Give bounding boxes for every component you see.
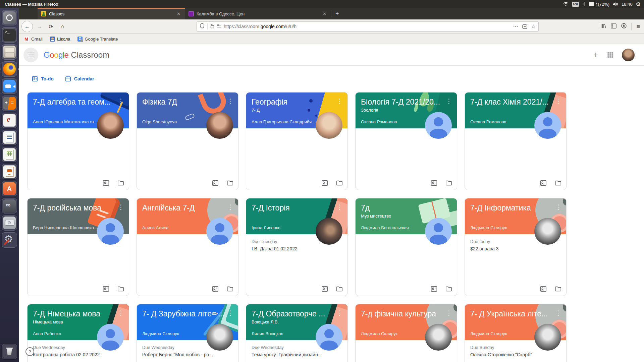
volume-icon[interactable] xyxy=(613,2,618,6)
bluetooth-icon[interactable] xyxy=(583,2,586,6)
dock-item-silver-app[interactable] xyxy=(2,198,17,214)
card-more-menu-button[interactable]: ⋮ xyxy=(334,308,345,317)
class-card[interactable]: Географія 7- Д Алла Григорьевна Стандрий… xyxy=(246,92,348,190)
class-card[interactable]: Англійська 7-Д Алиса Алиса ⋮ xyxy=(137,198,238,296)
home-button[interactable]: ⌂ xyxy=(58,22,67,31)
card-more-menu-button[interactable]: ⋮ xyxy=(224,308,236,317)
open-gradebook-icon[interactable] xyxy=(430,179,438,187)
open-folder-icon[interactable] xyxy=(117,285,125,293)
open-gradebook-icon[interactable] xyxy=(539,179,547,187)
class-card-title[interactable]: 7-Д Історія xyxy=(252,203,335,213)
dock-item-trash[interactable] xyxy=(2,344,17,359)
class-card-title[interactable]: 7-Д Образотворче ... xyxy=(252,309,335,318)
card-more-menu-button[interactable]: ⋮ xyxy=(552,308,564,317)
dock-item-file-cabinet[interactable] xyxy=(2,44,17,60)
tab-classes[interactable]: Classes ✕ xyxy=(38,8,185,19)
open-folder-icon[interactable] xyxy=(226,285,234,293)
class-card-title[interactable]: 7-Д алгебра та геом... xyxy=(33,97,117,107)
dock-item-system-settings[interactable] xyxy=(2,232,17,248)
new-tab-button[interactable]: + xyxy=(331,8,343,19)
classroom-logo[interactable]: Google Classroom xyxy=(44,50,109,60)
class-card[interactable]: 7-Д російська мова Вера Николаевна Шапош… xyxy=(27,198,129,296)
open-gradebook-icon[interactable] xyxy=(539,285,547,293)
library-icon[interactable] xyxy=(600,23,606,30)
class-card-title[interactable]: Фізика 7Д xyxy=(142,97,226,107)
open-folder-icon[interactable] xyxy=(226,179,234,187)
open-folder-icon[interactable] xyxy=(335,179,343,187)
class-card[interactable]: 7-Д Образотворче ... Воюцька Л.В. Лилия … xyxy=(246,304,348,362)
open-gradebook-icon[interactable] xyxy=(211,285,219,293)
card-more-menu-button[interactable]: ⋮ xyxy=(115,97,127,106)
dock-item-ubuntu-dash[interactable] xyxy=(2,10,17,25)
menu-icon[interactable]: ≡ xyxy=(636,23,640,30)
class-card-title[interactable]: 7-Д клас Хімія 2021/... xyxy=(470,97,554,107)
class-card-title[interactable]: 7-Д Німецька мова xyxy=(33,309,117,318)
dock-item-disks[interactable] xyxy=(2,215,17,231)
card-more-menu-button[interactable]: ⋮ xyxy=(443,202,455,212)
class-card[interactable]: 7-Д Німецька мова Німецька мова Анна Раб… xyxy=(27,304,129,362)
card-more-menu-button[interactable]: ⋮ xyxy=(552,97,564,106)
main-menu-button[interactable] xyxy=(23,48,38,62)
due-assignment-link[interactable]: Тема уроку :Графічний дизайн... xyxy=(252,352,342,357)
create-or-join-button[interactable]: + xyxy=(593,50,598,60)
class-card[interactable]: 7-Д Історія Ірина Лисенко ⋮ Due Tuesday … xyxy=(246,198,348,296)
dock-item-calculator[interactable] xyxy=(2,96,17,111)
dock-item-terminal[interactable] xyxy=(2,27,17,43)
page-actions-icon[interactable]: ⋯ xyxy=(513,23,518,29)
card-more-menu-button[interactable]: ⋮ xyxy=(443,97,455,106)
open-folder-icon[interactable] xyxy=(445,179,453,187)
dock-item-firefox[interactable] xyxy=(2,61,17,77)
open-folder-icon[interactable] xyxy=(554,285,562,293)
forward-button[interactable]: → xyxy=(35,22,44,31)
dock-item-software-center[interactable] xyxy=(2,181,17,196)
card-more-menu-button[interactable]: ⋮ xyxy=(115,308,127,317)
card-more-menu-button[interactable]: ⋮ xyxy=(552,202,564,212)
class-card[interactable]: 7д Муз мистецтво Людмила Богопольская ⋮ xyxy=(355,198,457,296)
due-assignment-link[interactable]: І.В. Д/з за 01.02.2022 xyxy=(252,246,342,251)
class-card-title[interactable]: 7- Д Зарубіжна літе✏... xyxy=(142,309,226,318)
class-card-title[interactable]: Англійська 7-Д xyxy=(142,203,226,213)
back-button[interactable]: ← xyxy=(21,21,33,32)
session-gear-icon[interactable]: ⚙ xyxy=(636,1,641,7)
wifi-icon[interactable] xyxy=(563,2,569,6)
help-button[interactable]: ? xyxy=(25,347,34,356)
pocket-icon[interactable] xyxy=(522,24,527,29)
bookmark-school[interactable]: Школа xyxy=(50,37,70,42)
class-card[interactable]: Фізика 7Д Olga Sherstnyova ⋮ xyxy=(137,92,238,190)
reload-button[interactable]: ⟳ xyxy=(46,22,56,31)
tab-close-icon[interactable]: ✕ xyxy=(175,11,182,17)
open-gradebook-icon[interactable] xyxy=(211,179,219,187)
class-card[interactable]: 7-д фізична культура Людмила Склярук ⋮ xyxy=(355,304,457,362)
dock-item-libreoffice-writer[interactable] xyxy=(2,130,17,145)
open-folder-icon[interactable] xyxy=(335,285,343,293)
bookmark-google-translate[interactable]: Google Translate xyxy=(77,37,118,42)
card-more-menu-button[interactable]: ⋮ xyxy=(115,202,127,212)
lock-icon[interactable] xyxy=(210,23,214,30)
class-card-title[interactable]: 7- Д Українська літе... xyxy=(470,309,554,318)
class-card-title[interactable]: Біологія 7-Д 2021/20... xyxy=(361,97,445,107)
class-card-title[interactable]: 7-Д Інформатика xyxy=(470,203,554,213)
class-card[interactable]: 7- Д Зарубіжна літе✏... Людмила Склярук … xyxy=(137,304,238,362)
sidebar-icon[interactable] xyxy=(611,23,616,30)
account-icon[interactable] xyxy=(621,23,627,30)
open-folder-icon[interactable] xyxy=(554,179,562,187)
open-folder-icon[interactable] xyxy=(445,285,453,293)
tab-kalimba[interactable]: Калимба в Одессе. Цен ✕ xyxy=(185,8,331,19)
class-card-title[interactable]: 7д xyxy=(361,203,445,213)
class-card[interactable]: 7-Д Інформатика Людмила Склярук ⋮ Due to… xyxy=(465,198,567,296)
due-assignment-link[interactable]: Роберт Бернс "Моя любов - ро... xyxy=(142,352,233,357)
class-card[interactable]: 7-Д клас Хімія 2021/... Оксана Романова … xyxy=(465,92,567,190)
open-gradebook-icon[interactable] xyxy=(430,285,438,293)
dock-item-document-viewer[interactable] xyxy=(2,113,17,128)
due-assignment-link[interactable]: Контрольна робота 02.02.2022 xyxy=(33,352,123,357)
account-avatar[interactable] xyxy=(622,49,635,61)
bookmark-star-icon[interactable]: ☆ xyxy=(531,23,536,29)
clock[interactable]: 18:40 xyxy=(622,2,633,7)
card-more-menu-button[interactable]: ⋮ xyxy=(334,202,345,212)
dock-item-zoom-app[interactable] xyxy=(2,78,17,94)
due-assignment-link[interactable]: $22 вправа 3 xyxy=(470,246,561,251)
battery-indicator[interactable]: (72%) xyxy=(589,2,609,7)
bookmark-gmail[interactable]: Gmail xyxy=(24,37,43,42)
permissions-icon[interactable] xyxy=(217,23,222,29)
open-gradebook-icon[interactable] xyxy=(102,179,110,187)
